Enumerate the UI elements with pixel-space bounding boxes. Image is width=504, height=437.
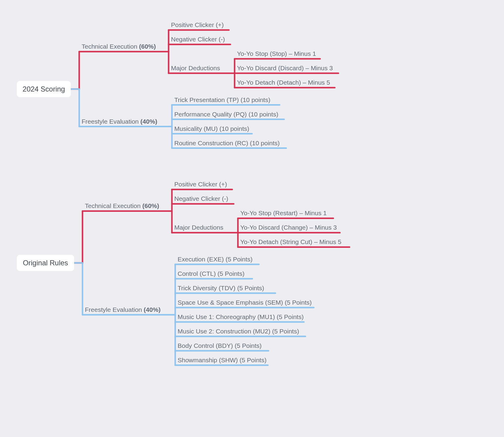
node-label: Musicality (MU) (10 points) (174, 125, 249, 132)
node-label: Negative Clicker (-) (171, 36, 225, 43)
node-label: Technical Execution (60%) (85, 202, 159, 209)
node-label: Positive Clicker (+) (171, 21, 224, 28)
node-label: Yo-Yo Discard (Discard) – Minus 3 (237, 65, 333, 71)
node-label: Body Control (BDY) (5 Points) (178, 342, 262, 349)
node-label: Yo-Yo Stop (Stop) – Minus 1 (237, 50, 316, 57)
node-label: Positive Clicker (+) (174, 181, 227, 188)
node-label: Technical Execution (60%) (82, 43, 156, 50)
node-label: Yo-Yo Stop (Restart) – Minus 1 (240, 209, 327, 216)
node-label: Showmanship (SHW) (5 Points) (178, 357, 266, 363)
node-label: Freestyle Evaluation (40%) (82, 118, 157, 125)
node-label: Yo-Yo Discard (Change) – Minus 3 (240, 224, 337, 231)
node-label: Music Use 2: Construction (MU2) (5 Point… (178, 328, 299, 335)
root-label: 2024 Scoring (22, 85, 65, 93)
node-label: Routine Construction (RC) (10 points) (174, 140, 280, 146)
node-label: Control (CTL) (5 Points) (178, 270, 244, 277)
node-label: Major Deductions (171, 65, 220, 71)
node-label: Freestyle Evaluation (40%) (85, 306, 160, 313)
node-label: Music Use 1: Choreography (MU1) (5 Point… (178, 313, 304, 320)
root-label: Original Rules (23, 259, 68, 267)
node-label: Yo-Yo Detach (Detach) – Minus 5 (237, 79, 330, 86)
node-label: Trick Presentation (TP) (10 points) (174, 96, 270, 103)
mindmap-diagram: Positive Clicker (+)Negative Clicker (-)… (0, 0, 504, 437)
node-label: Execution (EXE) (5 Points) (178, 256, 253, 263)
node-label: Space Use & Space Emphasis (SEM) (5 Poin… (178, 299, 312, 306)
node-label: Yo-Yo Detach (String Cut) – Minus 5 (240, 238, 341, 245)
node-label: Negative Clicker (-) (174, 195, 228, 202)
node-label: Performance Quality (PQ) (10 points) (174, 111, 278, 118)
node-label: Trick Diversity (TDV) (5 Points) (178, 285, 264, 291)
node-label: Major Deductions (174, 224, 223, 231)
